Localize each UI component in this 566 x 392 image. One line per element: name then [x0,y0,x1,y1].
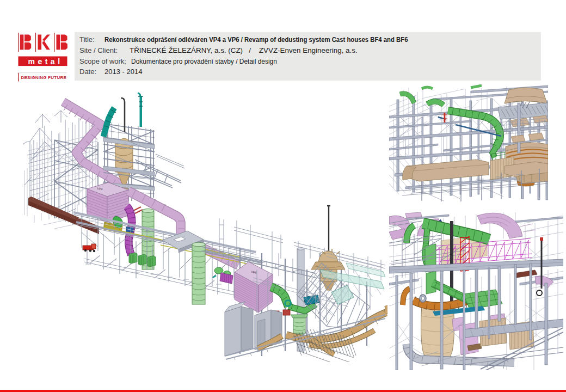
svg-text:metal: metal [28,57,63,66]
svg-text:DESIGNING FUTURE: DESIGNING FUTURE [21,75,67,80]
